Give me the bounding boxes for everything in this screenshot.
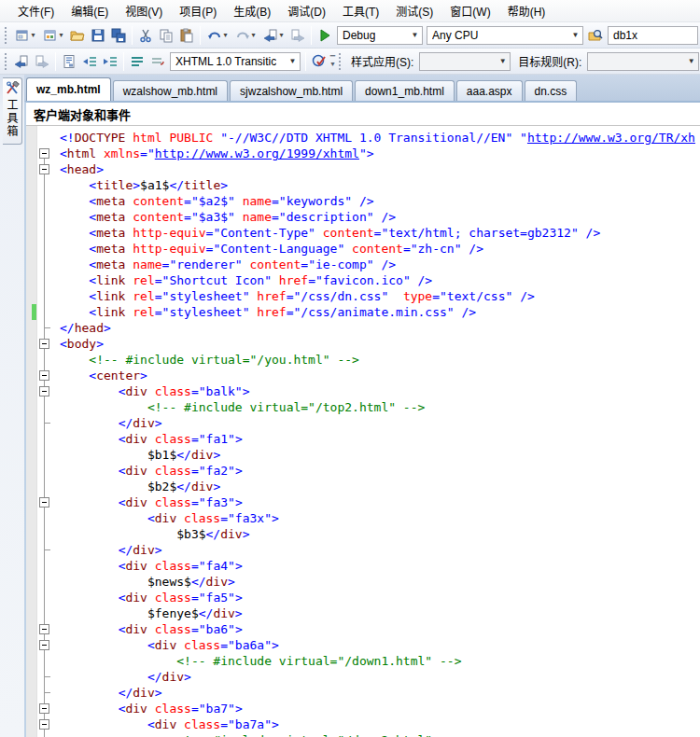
start-debugging-button[interactable] <box>315 25 335 46</box>
find-in-files-icon[interactable] <box>585 25 606 46</box>
menu-test[interactable]: 测试(S) <box>387 0 441 21</box>
style-apply-combobox[interactable]: ▼ <box>419 52 511 71</box>
menu-help[interactable]: 帮助(H) <box>499 0 554 21</box>
toolbar-grip[interactable] <box>4 53 8 70</box>
code-line[interactable]: <!-- #include virtual="/top2.html" --> <box>26 399 700 415</box>
redo-button[interactable]: ▾ <box>231 25 259 46</box>
code-line[interactable]: <div class="ba6"> <box>26 621 700 637</box>
code-line[interactable]: <link rel="stylesheet" href="/css/dn.css… <box>26 288 700 304</box>
menu-project[interactable]: 项目(P) <box>171 0 225 21</box>
code-line[interactable]: </div> <box>26 542 700 558</box>
menu-debug[interactable]: 调试(D) <box>279 0 334 21</box>
outline-collapse-box[interactable] <box>39 148 49 159</box>
code-line[interactable]: $b2$</div> <box>26 479 700 494</box>
tab-sjwzalshow-mb-html[interactable]: sjwzalshow_mb.html <box>230 80 353 101</box>
save-button[interactable] <box>88 25 108 46</box>
decrease-indent-button[interactable] <box>79 51 100 72</box>
tab-wz-mb-html[interactable]: wz_mb.html <box>26 77 111 101</box>
paste-button[interactable] <box>176 25 197 46</box>
client-objects-events-bar[interactable]: 客户端对象和事件 <box>26 103 700 126</box>
menu-window[interactable]: 窗口(W) <box>441 0 498 21</box>
toolbar-grip[interactable] <box>4 27 8 44</box>
code-line[interactable]: <meta http-equiv="Content-Language" cont… <box>26 241 700 257</box>
check-page-button[interactable] <box>309 51 329 72</box>
code-line[interactable]: </div> <box>26 415 700 431</box>
save-all-button[interactable] <box>108 25 129 46</box>
code-line[interactable]: <link rel="stylesheet" href="/css/animat… <box>26 304 700 320</box>
outline-collapse-box[interactable] <box>39 719 49 730</box>
new-project-button[interactable]: ▾ <box>11 25 39 46</box>
menu-edit[interactable]: 编辑(E) <box>63 0 117 21</box>
tab-wzalshow-mb-html[interactable]: wzalshow_mb.html <box>113 80 228 101</box>
code-line[interactable]: <div class="fa3"> <box>26 494 700 510</box>
code-line[interactable]: <link rel="Shortcut Icon" href="favicon.… <box>26 272 700 288</box>
view-backward-button[interactable] <box>11 51 32 72</box>
code-line[interactable]: <meta name="renderer" content="ie-comp" … <box>26 257 700 272</box>
solution-platform-combobox[interactable]: Any CPU ▼ <box>427 26 583 45</box>
outline-collapse-box[interactable] <box>39 703 49 714</box>
code-line[interactable]: <div class="fa4"> <box>26 558 700 574</box>
tab-dn-css[interactable]: dn.css <box>525 80 578 101</box>
undo-button[interactable]: ▾ <box>203 25 231 46</box>
add-item-button[interactable]: ▾ <box>39 25 67 46</box>
menu-view[interactable]: 视图(V) <box>117 0 171 21</box>
outline-collapse-box[interactable] <box>39 640 49 650</box>
code-line[interactable]: $news$</div> <box>26 574 700 590</box>
navigate-forward-button[interactable] <box>287 25 308 46</box>
code-line[interactable]: </div> <box>26 685 700 701</box>
open-file-button[interactable] <box>67 25 88 46</box>
code-line[interactable]: <div class="fa3x"> <box>26 510 700 526</box>
code-line[interactable]: </div> <box>26 669 700 685</box>
code-line[interactable]: <!-- #include virtual="/down2.html" --> <box>26 732 700 737</box>
code-line[interactable]: <html xmlns="http://www.w3.org/1999/xhtm… <box>26 146 700 161</box>
outline-collapse-box[interactable] <box>39 624 49 634</box>
outline-collapse-box[interactable] <box>39 497 49 508</box>
outline-collapse-box[interactable] <box>39 370 49 381</box>
copy-button[interactable] <box>156 25 176 46</box>
code-line[interactable]: <body> <box>26 336 700 352</box>
menu-tools[interactable]: 工具(T) <box>334 0 387 21</box>
code-line[interactable]: <div class="balk"> <box>26 383 700 399</box>
code-line[interactable]: <meta content="$a3$" name="description" … <box>26 209 700 225</box>
code-line[interactable]: $fenye$</div> <box>26 605 700 621</box>
comment-lines-button[interactable] <box>127 51 147 72</box>
code-line[interactable]: <meta http-equiv="Content-Type" content=… <box>26 225 700 241</box>
code-line[interactable]: $b3$</div> <box>26 526 700 542</box>
outline-collapse-box[interactable] <box>39 339 49 349</box>
toolbar-options-button[interactable]: ▔▼ <box>329 57 336 66</box>
tab-down1-mb-html[interactable]: down1_mb.html <box>355 80 455 101</box>
code-line[interactable]: <!-- #include virtual="/you.html" --> <box>26 352 700 368</box>
code-line[interactable]: <div class="ba6a"> <box>26 637 700 653</box>
code-editor[interactable]: <!DOCTYPE html PUBLIC "-//W3C//DTD XHTML… <box>26 126 700 737</box>
cut-button[interactable] <box>135 25 156 46</box>
outline-collapse-box[interactable] <box>39 386 49 396</box>
code-line[interactable]: <div class="fa5"> <box>26 590 700 605</box>
outline-collapse-box[interactable] <box>39 164 49 174</box>
menu-file[interactable]: 文件(F) <box>9 0 63 21</box>
code-line[interactable]: <center> <box>26 368 700 383</box>
code-line[interactable]: $b1$</div> <box>26 447 700 463</box>
menu-build[interactable]: 生成(B) <box>225 0 279 21</box>
navigate-backward-button[interactable]: ▾ <box>259 25 287 46</box>
code-line[interactable]: <div class="fa2"> <box>26 463 700 479</box>
code-line[interactable]: <!DOCTYPE html PUBLIC "-//W3C//DTD XHTML… <box>26 130 700 146</box>
format-document-button[interactable] <box>59 51 79 72</box>
target-schema-combobox[interactable]: XHTML 1.0 Transitic ▼ <box>170 52 301 71</box>
code-line[interactable]: <title>$a1$</title> <box>26 177 700 193</box>
code-line[interactable]: <div class="ba7"> <box>26 701 700 716</box>
uncomment-lines-button[interactable] <box>147 51 168 72</box>
code-line[interactable]: <!-- #include virtual="/down1.html" --> <box>26 653 700 669</box>
view-forward-button[interactable] <box>32 51 52 72</box>
tab-aaa-aspx[interactable]: aaa.aspx <box>456 80 523 101</box>
code-line[interactable]: <meta content="$a2$" name="keywords" /> <box>26 193 700 209</box>
toolbar-grip[interactable] <box>338 53 343 70</box>
code-line[interactable]: </head> <box>26 320 700 336</box>
toolbox-autohide-tab[interactable]: 工具箱 <box>3 77 22 145</box>
increase-indent-button[interactable] <box>100 51 120 72</box>
code-line[interactable]: <head> <box>26 161 700 177</box>
target-rule-combobox[interactable]: ▼ <box>587 52 699 71</box>
find-combobox[interactable]: db1x <box>608 26 698 45</box>
code-line[interactable]: <div class="ba7a"> <box>26 716 700 732</box>
solution-configuration-combobox[interactable]: Debug ▼ <box>337 26 423 45</box>
code-line[interactable]: <div class="fa1"> <box>26 431 700 447</box>
